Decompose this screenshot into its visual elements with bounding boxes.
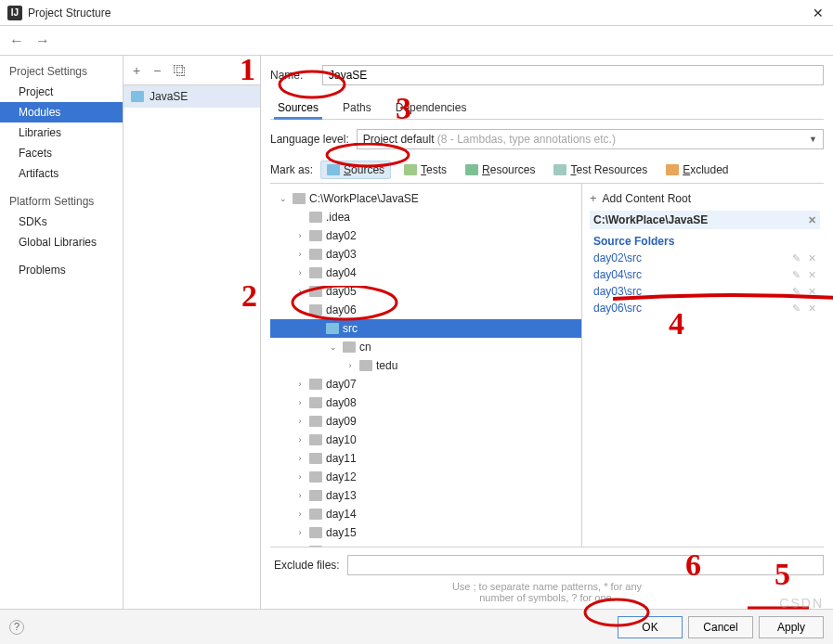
tree-label: day08 xyxy=(326,396,357,409)
mark-resources-button[interactable]: Resources xyxy=(460,161,540,178)
exclude-files-label: Exclude files: xyxy=(274,559,340,572)
chevron-right-icon[interactable]: › xyxy=(294,435,306,444)
chevron-right-icon[interactable]: › xyxy=(294,528,306,537)
sidebar-item-modules[interactable]: Modules xyxy=(0,102,123,122)
mark-test-resources-button[interactable]: Test Resources xyxy=(548,161,653,178)
chevron-right-icon[interactable]: › xyxy=(294,250,306,259)
remove-icon[interactable]: ✕ xyxy=(808,286,816,298)
folder-icon xyxy=(309,546,322,547)
sidebar-item-global-libraries[interactable]: Global Libraries xyxy=(0,232,123,252)
help-icon[interactable]: ? xyxy=(9,620,24,635)
tree-row[interactable]: ›day14 xyxy=(270,505,581,523)
folder-icon xyxy=(343,341,356,353)
tree-row[interactable]: .idea xyxy=(270,208,581,226)
remove-icon[interactable]: ✕ xyxy=(808,252,816,264)
content-root-path[interactable]: C:\WorkPlace\JavaSE xyxy=(593,213,708,226)
ok-button[interactable]: OK xyxy=(618,616,683,638)
chevron-right-icon[interactable]: › xyxy=(294,491,306,500)
close-icon[interactable]: ✕ xyxy=(813,6,826,19)
tree-row[interactable]: ⌄day06 xyxy=(270,301,581,319)
chevron-right-icon[interactable]: › xyxy=(294,398,306,407)
chevron-right-icon[interactable]: › xyxy=(294,268,306,277)
sidebar-item-sdks[interactable]: SDKs xyxy=(0,212,123,232)
chevron-right-icon[interactable]: › xyxy=(294,454,306,463)
tree-row[interactable]: ›day08 xyxy=(270,393,581,412)
nav-bar: ← → xyxy=(0,26,833,56)
forward-icon[interactable]: → xyxy=(35,32,50,49)
source-tree[interactable]: ⌄C:\WorkPlace\JavaSE.idea›day02›day03›da… xyxy=(270,184,582,547)
copy-icon[interactable]: ⿻ xyxy=(174,63,187,78)
tree-row[interactable]: ›day15 xyxy=(270,523,581,542)
tree-row[interactable]: ›day13 xyxy=(270,486,581,505)
tree-row[interactable]: ›day04 xyxy=(270,264,581,282)
back-icon[interactable]: ← xyxy=(9,32,24,49)
remove-icon[interactable]: − xyxy=(153,63,161,78)
tree-row[interactable]: ›day02 xyxy=(270,226,581,245)
add-content-root-button[interactable]: + Add Content Root xyxy=(590,189,820,211)
source-folder-row[interactable]: day04\src✎✕ xyxy=(590,266,820,283)
mark-tests-button[interactable]: Tests xyxy=(398,161,452,178)
tree-label: day12 xyxy=(326,470,357,483)
chevron-down-icon[interactable]: ⌄ xyxy=(294,305,306,315)
name-input[interactable] xyxy=(322,65,824,85)
add-icon[interactable]: + xyxy=(133,63,140,78)
remove-content-root-icon[interactable]: ✕ xyxy=(808,214,816,226)
chevron-right-icon[interactable]: › xyxy=(294,287,306,296)
edit-icon[interactable]: ✎ xyxy=(792,303,800,315)
tree-row[interactable]: ›day03 xyxy=(270,245,581,264)
tab-sources[interactable]: Sources xyxy=(274,97,322,119)
chevron-right-icon[interactable]: › xyxy=(294,380,306,389)
cancel-button[interactable]: Cancel xyxy=(688,616,753,638)
remove-icon[interactable]: ✕ xyxy=(808,269,816,281)
language-level-hint: (8 - Lambdas, type annotations etc.) xyxy=(437,133,616,146)
content-root-panel: + Add Content Root C:\WorkPlace\JavaSE ✕… xyxy=(582,184,824,547)
remove-icon[interactable]: ✕ xyxy=(808,303,816,315)
source-folder-row[interactable]: day03\src✎✕ xyxy=(590,283,820,300)
module-item[interactable]: JavaSE xyxy=(124,85,260,108)
chevron-right-icon[interactable]: › xyxy=(294,472,306,482)
tree-row[interactable]: ›day12 xyxy=(270,468,581,486)
chevron-right-icon[interactable]: › xyxy=(345,361,356,370)
folder-icon xyxy=(309,286,322,297)
chevron-right-icon[interactable]: › xyxy=(294,417,306,426)
folder-icon xyxy=(309,212,322,223)
edit-icon[interactable]: ✎ xyxy=(792,252,800,264)
language-level-select[interactable]: Project default (8 - Lambdas, type annot… xyxy=(357,129,824,149)
folder-icon xyxy=(309,249,322,260)
source-folder-row[interactable]: day06\src✎✕ xyxy=(590,300,820,316)
edit-icon[interactable]: ✎ xyxy=(792,269,800,281)
tree-row[interactable]: ⌄cn xyxy=(270,338,581,356)
tree-row[interactable]: ›day09 xyxy=(270,412,581,431)
edit-icon[interactable]: ✎ xyxy=(792,286,800,298)
tree-row[interactable]: ›day10 xyxy=(270,431,581,449)
tab-paths[interactable]: Paths xyxy=(339,97,375,119)
tree-row[interactable]: ›day05 xyxy=(270,282,581,301)
tree-row[interactable]: ›day11 xyxy=(270,449,581,468)
apply-button[interactable]: Apply xyxy=(759,616,824,638)
sidebar-item-libraries[interactable]: Libraries xyxy=(0,122,123,143)
tree-row[interactable]: ›day07 xyxy=(270,375,581,393)
mark-sources-button[interactable]: Sources xyxy=(320,161,391,179)
mark-excluded-button[interactable]: Excluded xyxy=(660,161,734,178)
sidebar-item-project[interactable]: Project xyxy=(0,82,123,102)
chevron-down-icon[interactable]: ⌄ xyxy=(278,194,289,203)
tree-row[interactable]: ⌄C:\WorkPlace\JavaSE xyxy=(270,189,581,208)
folder-icon xyxy=(309,509,322,520)
chevron-down-icon[interactable]: ⌄ xyxy=(311,324,322,333)
tab-dependencies[interactable]: Dependencies xyxy=(392,97,471,119)
source-folder-row[interactable]: day02\src✎✕ xyxy=(590,250,820,266)
tree-row[interactable]: ›tedu xyxy=(270,356,581,375)
source-folder-label: day03\src xyxy=(593,285,642,298)
sidebar-item-facets[interactable]: Facets xyxy=(0,143,123,163)
exclude-hint-2: number of symbols, ? for one. xyxy=(479,592,615,603)
sidebar-item-problems[interactable]: Problems xyxy=(0,260,123,280)
chevron-right-icon[interactable]: › xyxy=(294,231,306,240)
folder-icon xyxy=(131,91,144,102)
tree-row[interactable]: ⌄src xyxy=(270,319,581,338)
chevron-down-icon[interactable]: ⌄ xyxy=(328,342,339,352)
folder-icon xyxy=(309,230,322,241)
sidebar-item-artifacts[interactable]: Artifacts xyxy=(0,163,123,184)
exclude-files-input[interactable] xyxy=(347,555,824,575)
tree-label: C:\WorkPlace\JavaSE xyxy=(309,192,419,205)
chevron-right-icon[interactable]: › xyxy=(294,509,306,519)
